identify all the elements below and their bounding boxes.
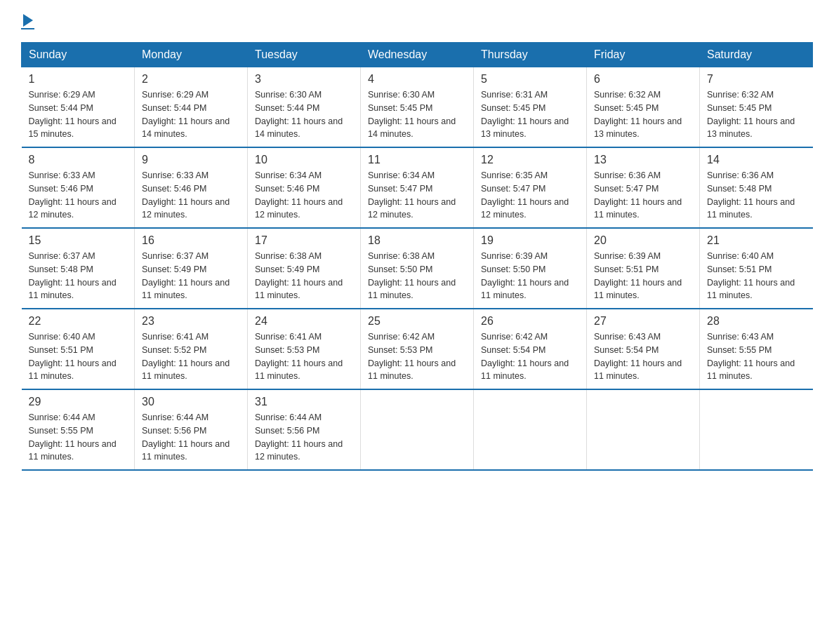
calendar-week-row: 29 Sunrise: 6:44 AM Sunset: 5:55 PM Dayl… (22, 389, 813, 470)
day-info: Sunrise: 6:33 AM Sunset: 5:46 PM Dayligh… (29, 169, 128, 222)
day-number: 14 (707, 154, 806, 166)
day-info: Sunrise: 6:37 AM Sunset: 5:49 PM Dayligh… (142, 250, 240, 302)
day-info: Sunrise: 6:34 AM Sunset: 5:46 PM Dayligh… (255, 169, 353, 222)
day-number: 4 (368, 73, 466, 86)
day-number: 19 (481, 234, 579, 247)
calendar-day-cell: 7 Sunrise: 6:32 AM Sunset: 5:45 PM Dayli… (700, 67, 813, 148)
calendar-day-cell: 29 Sunrise: 6:44 AM Sunset: 5:55 PM Dayl… (22, 389, 135, 470)
day-info: Sunrise: 6:44 AM Sunset: 5:55 PM Dayligh… (29, 411, 128, 464)
calendar-day-cell: 12 Sunrise: 6:35 AM Sunset: 5:47 PM Dayl… (474, 147, 587, 228)
day-info: Sunrise: 6:44 AM Sunset: 5:56 PM Dayligh… (142, 411, 240, 464)
logo-underline (21, 28, 34, 29)
day-info: Sunrise: 6:43 AM Sunset: 5:54 PM Dayligh… (594, 330, 692, 383)
day-number: 17 (255, 234, 353, 247)
calendar-day-cell (700, 389, 813, 470)
day-number: 6 (594, 73, 692, 86)
day-of-week-header: Saturday (700, 43, 813, 67)
calendar-table: SundayMondayTuesdayWednesdayThursdayFrid… (21, 42, 813, 471)
day-info: Sunrise: 6:32 AM Sunset: 5:45 PM Dayligh… (594, 88, 692, 141)
day-info: Sunrise: 6:30 AM Sunset: 5:45 PM Dayligh… (368, 88, 466, 141)
day-number: 23 (142, 315, 240, 328)
day-info: Sunrise: 6:29 AM Sunset: 5:44 PM Dayligh… (142, 88, 240, 141)
day-info: Sunrise: 6:33 AM Sunset: 5:46 PM Dayligh… (142, 169, 240, 222)
calendar-day-cell (361, 389, 474, 470)
calendar-day-cell: 11 Sunrise: 6:34 AM Sunset: 5:47 PM Dayl… (361, 147, 474, 228)
day-number: 2 (142, 73, 240, 86)
calendar-day-cell: 1 Sunrise: 6:29 AM Sunset: 5:44 PM Dayli… (22, 67, 135, 148)
day-number: 31 (255, 396, 353, 408)
day-number: 8 (29, 154, 128, 166)
day-info: Sunrise: 6:34 AM Sunset: 5:47 PM Dayligh… (368, 169, 466, 222)
day-of-week-header: Sunday (22, 43, 135, 67)
calendar-day-cell: 21 Sunrise: 6:40 AM Sunset: 5:51 PM Dayl… (700, 228, 813, 309)
day-info: Sunrise: 6:36 AM Sunset: 5:48 PM Dayligh… (707, 169, 806, 222)
day-info: Sunrise: 6:31 AM Sunset: 5:45 PM Dayligh… (481, 88, 579, 141)
calendar-day-cell: 6 Sunrise: 6:32 AM Sunset: 5:45 PM Dayli… (587, 67, 700, 148)
day-of-week-header: Monday (135, 43, 248, 67)
day-number: 30 (142, 396, 240, 408)
calendar-day-cell: 5 Sunrise: 6:31 AM Sunset: 5:45 PM Dayli… (474, 67, 587, 148)
day-info: Sunrise: 6:43 AM Sunset: 5:55 PM Dayligh… (707, 330, 806, 383)
day-info: Sunrise: 6:37 AM Sunset: 5:48 PM Dayligh… (29, 250, 128, 302)
day-info: Sunrise: 6:42 AM Sunset: 5:54 PM Dayligh… (481, 330, 579, 383)
calendar-day-cell: 26 Sunrise: 6:42 AM Sunset: 5:54 PM Dayl… (474, 309, 587, 389)
day-number: 16 (142, 234, 240, 247)
day-number: 13 (594, 154, 692, 166)
logo-arrow-icon (23, 14, 33, 27)
calendar-day-cell: 8 Sunrise: 6:33 AM Sunset: 5:46 PM Dayli… (22, 147, 135, 228)
day-number: 28 (707, 315, 806, 328)
logo (21, 14, 34, 29)
day-of-week-header: Thursday (474, 43, 587, 67)
calendar-day-cell: 14 Sunrise: 6:36 AM Sunset: 5:48 PM Dayl… (700, 147, 813, 228)
day-number: 22 (29, 315, 128, 328)
day-info: Sunrise: 6:38 AM Sunset: 5:50 PM Dayligh… (368, 250, 466, 302)
days-of-week-row: SundayMondayTuesdayWednesdayThursdayFrid… (22, 43, 813, 67)
calendar-day-cell (587, 389, 700, 470)
calendar-header: SundayMondayTuesdayWednesdayThursdayFrid… (22, 43, 813, 67)
calendar-week-row: 1 Sunrise: 6:29 AM Sunset: 5:44 PM Dayli… (22, 67, 813, 148)
day-info: Sunrise: 6:40 AM Sunset: 5:51 PM Dayligh… (707, 250, 806, 302)
day-info: Sunrise: 6:38 AM Sunset: 5:49 PM Dayligh… (255, 250, 353, 302)
day-info: Sunrise: 6:44 AM Sunset: 5:56 PM Dayligh… (255, 411, 353, 464)
day-number: 20 (594, 234, 692, 247)
day-number: 18 (368, 234, 466, 247)
calendar-day-cell (474, 389, 587, 470)
day-info: Sunrise: 6:39 AM Sunset: 5:50 PM Dayligh… (481, 250, 579, 302)
calendar-day-cell: 3 Sunrise: 6:30 AM Sunset: 5:44 PM Dayli… (248, 67, 361, 148)
calendar-day-cell: 15 Sunrise: 6:37 AM Sunset: 5:48 PM Dayl… (22, 228, 135, 309)
day-of-week-header: Friday (587, 43, 700, 67)
calendar-day-cell: 16 Sunrise: 6:37 AM Sunset: 5:49 PM Dayl… (135, 228, 248, 309)
day-number: 12 (481, 154, 579, 166)
day-info: Sunrise: 6:41 AM Sunset: 5:53 PM Dayligh… (255, 330, 353, 383)
day-info: Sunrise: 6:36 AM Sunset: 5:47 PM Dayligh… (594, 169, 692, 222)
calendar-day-cell: 28 Sunrise: 6:43 AM Sunset: 5:55 PM Dayl… (700, 309, 813, 389)
day-info: Sunrise: 6:30 AM Sunset: 5:44 PM Dayligh… (255, 88, 353, 141)
day-info: Sunrise: 6:42 AM Sunset: 5:53 PM Dayligh… (368, 330, 466, 383)
calendar-body: 1 Sunrise: 6:29 AM Sunset: 5:44 PM Dayli… (22, 67, 813, 471)
calendar-day-cell: 9 Sunrise: 6:33 AM Sunset: 5:46 PM Dayli… (135, 147, 248, 228)
day-number: 15 (29, 234, 128, 247)
day-number: 26 (481, 315, 579, 328)
day-number: 5 (481, 73, 579, 86)
day-number: 21 (707, 234, 806, 247)
calendar-day-cell: 10 Sunrise: 6:34 AM Sunset: 5:46 PM Dayl… (248, 147, 361, 228)
calendar-day-cell: 18 Sunrise: 6:38 AM Sunset: 5:50 PM Dayl… (361, 228, 474, 309)
day-info: Sunrise: 6:35 AM Sunset: 5:47 PM Dayligh… (481, 169, 579, 222)
day-info: Sunrise: 6:39 AM Sunset: 5:51 PM Dayligh… (594, 250, 692, 302)
calendar-day-cell: 22 Sunrise: 6:40 AM Sunset: 5:51 PM Dayl… (22, 309, 135, 389)
day-info: Sunrise: 6:32 AM Sunset: 5:45 PM Dayligh… (707, 88, 806, 141)
day-number: 7 (707, 73, 806, 86)
calendar-day-cell: 13 Sunrise: 6:36 AM Sunset: 5:47 PM Dayl… (587, 147, 700, 228)
day-number: 29 (29, 396, 128, 408)
day-number: 27 (594, 315, 692, 328)
calendar-week-row: 15 Sunrise: 6:37 AM Sunset: 5:48 PM Dayl… (22, 228, 813, 309)
calendar-day-cell: 4 Sunrise: 6:30 AM Sunset: 5:45 PM Dayli… (361, 67, 474, 148)
calendar-week-row: 8 Sunrise: 6:33 AM Sunset: 5:46 PM Dayli… (22, 147, 813, 228)
calendar-day-cell: 19 Sunrise: 6:39 AM Sunset: 5:50 PM Dayl… (474, 228, 587, 309)
day-number: 9 (142, 154, 240, 166)
calendar-day-cell: 23 Sunrise: 6:41 AM Sunset: 5:52 PM Dayl… (135, 309, 248, 389)
day-number: 25 (368, 315, 466, 328)
calendar-week-row: 22 Sunrise: 6:40 AM Sunset: 5:51 PM Dayl… (22, 309, 813, 389)
calendar-day-cell: 20 Sunrise: 6:39 AM Sunset: 5:51 PM Dayl… (587, 228, 700, 309)
calendar-day-cell: 31 Sunrise: 6:44 AM Sunset: 5:56 PM Dayl… (248, 389, 361, 470)
